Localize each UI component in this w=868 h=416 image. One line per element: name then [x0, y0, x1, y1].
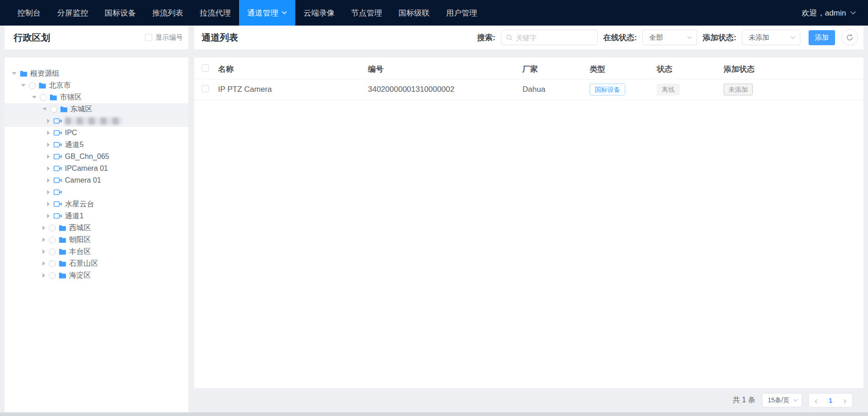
caret-right-icon[interactable]: [43, 249, 48, 254]
user-menu[interactable]: 欢迎，admin: [802, 0, 868, 26]
online-status-value: 全部: [649, 33, 687, 42]
tree-item[interactable]: IPC: [5, 127, 188, 139]
select-all-checkbox[interactable]: [202, 64, 209, 72]
nav-tab[interactable]: 国标级联: [390, 0, 438, 26]
online-status-select[interactable]: 全部: [642, 30, 697, 45]
chevron-down-icon: [790, 36, 795, 39]
nav-tab[interactable]: 控制台: [9, 0, 49, 26]
tree-item[interactable]: Camera 01: [5, 174, 188, 186]
radio-button[interactable]: [49, 272, 56, 279]
pager: ‹ 1 ›: [809, 393, 852, 407]
panel-divider: [5, 49, 188, 58]
column-header: 编号: [368, 64, 522, 74]
tree-item[interactable]: 朝阳区: [5, 234, 188, 246]
tree-item[interactable]: GB_Chn_065: [5, 151, 188, 163]
caret-right-icon[interactable]: [47, 178, 52, 183]
tree-item[interactable]: 北京市: [5, 79, 188, 91]
radio-button[interactable]: [40, 94, 47, 101]
caret-right-icon[interactable]: [47, 119, 52, 123]
channel-status-badge: 离线: [657, 84, 680, 95]
folder-icon: [59, 237, 66, 243]
tree-item[interactable]: IPCamera 01: [5, 163, 188, 174]
caret-right-icon[interactable]: [43, 237, 48, 242]
add-status-select[interactable]: 未添加: [742, 30, 800, 45]
chevron-down-icon: [687, 36, 692, 39]
tree-item[interactable]: 根资源组: [5, 68, 188, 79]
row-checkbox[interactable]: [202, 85, 209, 92]
tree-item-label: Camera 01: [65, 176, 101, 184]
nav-tab-label: 拉流代理: [200, 8, 231, 18]
caret-down-icon[interactable]: [32, 96, 37, 101]
radio-button[interactable]: [49, 237, 56, 243]
radio-button[interactable]: [49, 260, 56, 267]
page-size-select[interactable]: 15条/页: [762, 393, 802, 407]
prev-page-button[interactable]: ‹: [814, 396, 819, 405]
tree-item[interactable]: [5, 115, 188, 127]
nav-tab[interactable]: 通道管理: [239, 0, 295, 26]
folder-icon: [20, 70, 27, 77]
caret-right-icon[interactable]: [47, 142, 52, 147]
pagination-bar: 共 1 条 15条/页 ‹ 1 ›: [194, 388, 863, 412]
channel-name: IP PTZ Camera: [218, 85, 368, 94]
show-number-checkbox[interactable]: [145, 34, 152, 41]
add-button[interactable]: 添加: [809, 30, 835, 45]
panel-divider: [194, 49, 863, 58]
nav-tab[interactable]: 分屏监控: [49, 0, 96, 26]
caret-right-icon[interactable]: [47, 214, 52, 218]
caret-right-icon[interactable]: [43, 273, 48, 278]
nav-tab[interactable]: 国标设备: [96, 0, 144, 26]
nav-tab-label: 分屏监控: [57, 8, 88, 18]
nav-tab[interactable]: 用户管理: [438, 0, 485, 26]
tree-item-label: 根资源组: [30, 69, 59, 79]
radio-button[interactable]: [49, 225, 56, 232]
caret-right-icon[interactable]: [47, 131, 52, 135]
header-checkbox-cell: [202, 64, 218, 74]
caret-down-icon[interactable]: [12, 72, 16, 77]
next-page-button[interactable]: ›: [842, 396, 847, 405]
horizontal-scrollbar[interactable]: [0, 412, 868, 416]
tree-item[interactable]: 西城区: [5, 222, 188, 234]
tree-item[interactable]: 通道1: [5, 210, 188, 222]
search-box[interactable]: [501, 30, 598, 45]
nav-tab[interactable]: 拉流代理: [192, 0, 239, 26]
tree-item[interactable]: 海淀区: [5, 269, 188, 281]
radio-button[interactable]: [29, 82, 36, 89]
nav-tab[interactable]: 云端录像: [295, 0, 343, 26]
caret-right-icon[interactable]: [47, 202, 52, 206]
tree-item[interactable]: 丰台区: [5, 246, 188, 258]
tree-item[interactable]: 市辖区: [5, 91, 188, 103]
caret-right-icon[interactable]: [47, 154, 52, 159]
tree-item[interactable]: 水星云台: [5, 198, 188, 210]
top-navbar: 控制台分屏监控国标设备推流列表拉流代理通道管理云端录像节点管理国标级联用户管理 …: [0, 0, 868, 26]
blurred-label: [65, 117, 122, 125]
caret-right-icon[interactable]: [47, 166, 52, 171]
radio-button[interactable]: [50, 106, 57, 113]
search-input[interactable]: [516, 34, 593, 42]
radio-button[interactable]: [49, 248, 56, 255]
search-icon: [506, 34, 513, 41]
add-status-value: 未添加: [749, 33, 790, 42]
content-area: 行政区划 显示编号 根资源组北京市市辖区东城区IPC通道5GB_Chn_065I…: [0, 26, 868, 412]
caret-right-icon[interactable]: [43, 226, 48, 230]
caret-down-icon[interactable]: [43, 108, 47, 113]
tree-item-label: 朝阳区: [69, 235, 91, 245]
caret-right-icon[interactable]: [43, 261, 48, 266]
tree-item[interactable]: 石景山区: [5, 258, 188, 269]
nav-tab-label: 国标设备: [105, 8, 136, 18]
folder-icon: [59, 248, 66, 255]
list-header: 通道列表 搜索: 在线状态: 全部 添加状态: 未添加: [194, 26, 863, 49]
tree-item[interactable]: 通道5: [5, 139, 188, 151]
nav-tab-label: 控制台: [17, 8, 41, 18]
tree-item[interactable]: [5, 186, 188, 198]
show-number-toggle[interactable]: 显示编号: [145, 33, 183, 42]
channel-vendor: Dahua: [522, 85, 590, 94]
nav-tab[interactable]: 节点管理: [343, 0, 390, 26]
nav-tab-label: 推流列表: [152, 8, 183, 18]
caret-down-icon[interactable]: [21, 84, 26, 89]
current-page[interactable]: 1: [829, 396, 832, 404]
tree-item[interactable]: 东城区: [5, 103, 188, 115]
nav-tab[interactable]: 推流列表: [144, 0, 192, 26]
refresh-button[interactable]: [841, 29, 858, 46]
total-count: 共 1 条: [733, 395, 756, 405]
caret-right-icon[interactable]: [47, 190, 52, 195]
